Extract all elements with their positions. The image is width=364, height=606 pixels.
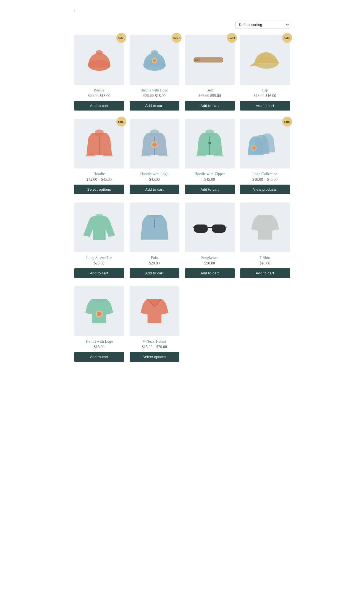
sort-select[interactable]: Default sorting Sort by popularity Sort … [235,21,290,28]
add-to-cart-button[interactable]: Add to cart [240,101,290,111]
product-price: $90.00 [204,261,215,266]
price-new: $16.00 [266,94,276,98]
svg-point-33 [154,226,155,227]
product-image [240,35,290,85]
svg-point-32 [154,223,155,225]
product-image [74,35,124,85]
product-price: $45.00 [149,177,160,182]
product-image [185,203,235,252]
add-to-cart-button[interactable]: Select options [130,352,179,362]
product-card: T-Shirt with Logo $18.00 Add to cart [74,286,124,362]
sale-badge: Sale! [116,117,126,127]
add-to-cart-button[interactable]: Select options [74,185,124,194]
product-card: Sale! Belt $65.00$55.00 Add to cart [185,35,235,111]
product-image [74,203,124,252]
svg-point-29 [95,214,103,218]
add-to-cart-button[interactable]: Add to cart [130,101,179,111]
product-price: $18.00 – $45.00 [252,177,277,182]
product-card: Sale! Beanie $20.00$18.00 Add to cart [74,35,124,111]
breadcrumb-separator: / [74,8,75,12]
product-name: Hoodie [93,172,105,176]
sale-badge: Sale! [116,33,126,43]
product-card: Sale! Beanie with Logo $20.00$18.00 Add … [130,35,179,111]
svg-point-23 [152,142,156,147]
product-image-wrap [130,286,179,336]
product-image [185,35,235,85]
svg-point-8 [151,50,158,54]
product-price: $18.00 [94,345,104,349]
product-image-wrap [74,286,124,336]
price-old: $18.00 [254,94,265,98]
price-old: $20.00 [143,94,154,98]
product-name: Beanie [94,88,104,93]
product-name: Long Sleeve Tee [86,256,112,260]
product-image-wrap: Sale! [240,119,290,169]
product-image-wrap: Sale! [240,35,290,85]
product-price: $20.00$18.00 [143,94,166,98]
price-old: $20.00 [88,94,99,98]
sale-badge: Sale! [172,33,182,43]
svg-point-28 [252,146,256,150]
breadcrumb: / [74,8,290,13]
svg-rect-26 [208,142,211,144]
price-new: $18.00 [100,94,111,98]
product-image-wrap [130,119,179,169]
svg-point-3 [96,50,103,54]
product-price: $20.00$18.00 [88,94,110,98]
svg-point-31 [154,221,155,222]
price: $20.00 [149,261,160,265]
product-image-wrap: Sale! [130,35,179,85]
add-to-cart-button[interactable]: Add to cart [185,101,235,111]
price: $90.00 [204,261,215,265]
svg-rect-39 [194,225,208,233]
price: $15.00 – $20.00 [142,345,167,349]
product-image [130,35,179,85]
product-card: Hoodie with Logo $45.00 Add to cart [130,119,179,194]
price: $42.00 – $45.00 [87,177,112,182]
svg-rect-1 [88,64,110,68]
product-name: V-Neck T-Shirt [143,339,166,344]
product-name: Hoodie with Logo [140,172,169,176]
product-name: Polo [151,256,158,260]
product-image-wrap: Sale! [185,35,235,85]
product-card: Sale! Cap $18.00$16.00 Add to cart [240,35,290,111]
price: $18.00 [94,345,104,349]
product-card: Polo $20.00 Add to cart [130,203,179,278]
product-name: T-Shirt with Logo [85,339,113,344]
sale-badge: Sale! [282,117,292,127]
price: $45.00 [149,177,160,182]
product-name: Cap [262,88,268,93]
product-card: Sunglasses $90.00 Add to cart [185,203,235,278]
product-card: Hoodie with Zipper $45.00 Add to cart [185,119,235,194]
product-image [240,119,290,169]
product-image [74,286,124,336]
add-to-cart-button[interactable]: Add to cart [130,268,179,278]
product-image [130,119,179,169]
products-grid: Sale! Beanie $20.00$18.00 Add to cart Sa… [74,35,290,362]
price: $25.00 [94,261,104,265]
svg-point-20 [150,129,159,134]
product-image-wrap [240,203,290,252]
product-price: $20.00 [149,261,160,266]
product-price: $25.00 [94,261,104,266]
svg-point-18 [95,129,103,134]
add-to-cart-button[interactable]: Add to cart [185,268,235,278]
add-to-cart-button[interactable]: Add to cart [240,268,290,278]
svg-rect-40 [212,225,226,233]
svg-point-7 [153,59,156,62]
add-to-cart-button[interactable]: Add to cart [74,352,124,362]
product-price: $18.00 [260,261,270,266]
svg-point-24 [205,129,214,134]
product-price: $42.00 – $45.00 [87,177,112,182]
product-image-wrap: Sale! [74,119,124,169]
product-image [240,203,290,252]
product-name: Beanie with Logo [140,88,168,93]
add-to-cart-button[interactable]: Add to cart [74,268,124,278]
add-to-cart-button[interactable]: Add to cart [74,101,124,111]
svg-rect-2 [95,61,103,64]
product-card: Sale! Hoodie $42.00 – $45.00 Select opti… [74,119,124,194]
add-to-cart-button[interactable]: Add to cart [130,185,179,194]
add-to-cart-button[interactable]: Add to cart [185,185,235,194]
price-old: $65.00 [198,94,209,98]
add-to-cart-button[interactable]: View products [240,185,290,194]
